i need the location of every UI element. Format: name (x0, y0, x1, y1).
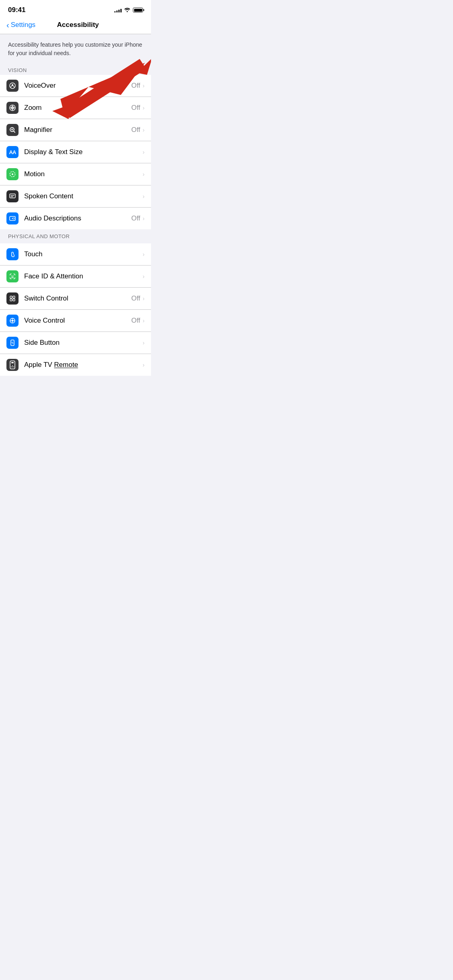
touch-chevron-icon: › (143, 251, 145, 257)
svg-point-21 (12, 320, 14, 322)
back-label: Settings (11, 21, 35, 29)
section-header-physical: PHYSICAL AND MOTOR (0, 229, 151, 241)
face-id-attention-label: Face ID & Attention (24, 272, 143, 280)
page-title: Accessibility (35, 21, 120, 29)
svg-rect-18 (10, 299, 12, 301)
magnifier-icon (6, 124, 19, 136)
apple-tv-remote-label: Apple TV Remote (24, 361, 143, 369)
voice-control-label: Voice Control (24, 317, 131, 325)
description-section: Accessibility features help you customiz… (0, 34, 151, 64)
navigation-bar: ‹ Settings Accessibility (0, 18, 151, 34)
svg-rect-12 (10, 194, 15, 198)
voiceover-value: Off (131, 82, 140, 90)
display-text-size-item[interactable]: AA Display & Text Size › (0, 141, 151, 163)
svg-rect-22 (11, 340, 14, 346)
audio-descriptions-icon (6, 212, 19, 224)
svg-point-14 (11, 276, 12, 276)
magnifier-label: Magnifier (24, 126, 131, 134)
magnifier-value: Off (131, 126, 140, 134)
display-text-size-label: Display & Text Size (24, 148, 143, 156)
svg-rect-24 (11, 362, 14, 363)
audio-descriptions-label: Audio Descriptions (24, 214, 131, 222)
vision-group: VoiceOver Off › Zoom Off › (0, 75, 151, 229)
svg-point-15 (13, 276, 14, 276)
zoom-item[interactable]: Zoom Off › (0, 97, 151, 119)
side-button-icon (6, 337, 19, 349)
touch-icon (6, 248, 19, 260)
zoom-icon (6, 102, 19, 114)
voice-control-chevron-icon: › (143, 317, 145, 324)
svg-line-7 (14, 131, 15, 133)
apple-tv-remote-item[interactable]: Apple TV Remote › (0, 354, 151, 376)
spoken-content-chevron-icon: › (143, 193, 145, 200)
zoom-label: Zoom (24, 104, 131, 112)
physical-motor-group: Touch › Face ID & Attention › (0, 243, 151, 376)
status-bar: 09:41 (0, 0, 151, 18)
switch-control-chevron-icon: › (143, 295, 145, 302)
voiceover-chevron-icon: › (143, 82, 145, 89)
voice-control-icon (6, 315, 19, 327)
svg-point-27 (12, 366, 13, 367)
voiceover-item[interactable]: VoiceOver Off › (0, 75, 151, 97)
switch-control-label: Switch Control (24, 294, 131, 303)
svg-point-28 (13, 366, 14, 367)
wifi-icon (124, 7, 130, 13)
motion-item[interactable]: Motion › (0, 163, 151, 185)
magnifier-item[interactable]: Magnifier Off › (0, 119, 151, 141)
magnifier-chevron-icon: › (143, 127, 145, 133)
svg-rect-16 (10, 296, 12, 298)
switch-control-value: Off (131, 294, 140, 303)
spoken-content-label: Spoken Content (24, 192, 143, 200)
touch-label: Touch (24, 250, 143, 258)
motion-chevron-icon: › (143, 171, 145, 177)
description-text: Accessibility features help you customiz… (8, 41, 143, 58)
face-id-attention-icon (6, 270, 19, 282)
side-button-item[interactable]: Side Button › (0, 332, 151, 354)
side-button-chevron-icon: › (143, 340, 145, 346)
display-text-size-chevron-icon: › (143, 149, 145, 155)
motion-icon (6, 168, 19, 180)
svg-rect-19 (13, 299, 15, 301)
audio-descriptions-value: Off (131, 214, 140, 222)
apple-tv-remote-icon (6, 359, 19, 371)
face-id-attention-chevron-icon: › (143, 273, 145, 280)
signal-bars-icon (114, 8, 122, 12)
audio-descriptions-chevron-icon: › (143, 215, 145, 222)
svg-rect-17 (13, 296, 15, 298)
switch-control-icon (6, 292, 19, 305)
section-header-vision: VISION (0, 64, 151, 75)
zoom-chevron-icon: › (143, 105, 145, 111)
audio-descriptions-item[interactable]: Audio Descriptions Off › (0, 208, 151, 229)
voiceover-icon (6, 80, 19, 92)
motion-label: Motion (24, 170, 143, 178)
spoken-content-icon (6, 190, 19, 202)
section-spacer: PHYSICAL AND MOTOR (0, 229, 151, 243)
svg-point-11 (12, 173, 13, 175)
side-button-label: Side Button (24, 339, 143, 347)
face-id-attention-item[interactable]: Face ID & Attention › (0, 266, 151, 288)
battery-icon (133, 8, 143, 12)
display-text-size-icon: AA (6, 146, 19, 158)
voice-control-value: Off (131, 317, 140, 325)
zoom-value: Off (131, 104, 140, 112)
switch-control-item[interactable]: Switch Control Off › (0, 288, 151, 310)
svg-point-26 (11, 366, 12, 367)
spoken-content-item[interactable]: Spoken Content › (0, 185, 151, 208)
touch-item[interactable]: Touch › (0, 243, 151, 266)
voice-control-item[interactable]: Voice Control Off › (0, 310, 151, 332)
svg-point-25 (12, 365, 13, 366)
status-time: 09:41 (8, 6, 25, 14)
voiceover-label: VoiceOver (24, 82, 131, 90)
status-icons (114, 7, 143, 13)
apple-tv-remote-chevron-icon: › (143, 362, 145, 368)
back-button[interactable]: ‹ Settings (6, 21, 35, 29)
back-chevron-icon: ‹ (6, 21, 9, 29)
